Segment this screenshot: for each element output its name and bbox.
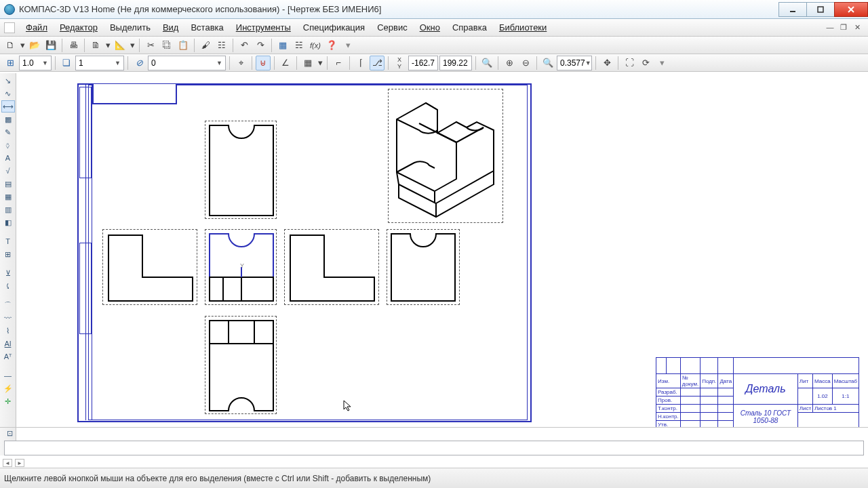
menu-spec[interactable]: Спецификация xyxy=(298,20,370,35)
local-cs-icon[interactable]: ⎇ xyxy=(370,56,384,70)
view-iso[interactable] xyxy=(388,89,503,223)
cut-icon[interactable]: ✂ xyxy=(143,38,158,53)
snap-toggle-icon[interactable]: ⌖ xyxy=(233,56,248,70)
save-icon[interactable]: 💾 xyxy=(43,38,58,53)
menu-tools[interactable]: Инструменты xyxy=(231,20,296,35)
layers-icon[interactable]: ❏ xyxy=(59,56,74,70)
drawing-icon[interactable]: 📐 xyxy=(113,38,127,53)
variables-icon[interactable]: ☵ xyxy=(292,38,307,53)
rough-icon[interactable]: √ xyxy=(1,165,15,177)
dimensions-icon[interactable]: ⟷ xyxy=(1,100,15,113)
text-icon[interactable]: T xyxy=(1,235,15,247)
coord-y-input[interactable]: 199.22 xyxy=(439,56,472,70)
view-2-active[interactable]: Y xyxy=(205,229,277,305)
current-state-icon[interactable]: ⊞ xyxy=(3,56,18,70)
arc-icon[interactable]: ⌒ xyxy=(1,299,15,311)
view-1[interactable] xyxy=(102,229,197,305)
manager-icon[interactable]: ▦ xyxy=(275,38,290,53)
curve-icon[interactable]: ∿ xyxy=(1,87,15,100)
preview-drop[interactable]: ▾ xyxy=(104,38,111,53)
menu-service[interactable]: Сервис xyxy=(372,20,413,35)
hatch-icon[interactable]: ▩ xyxy=(1,113,15,125)
help-context-icon[interactable]: ❓ xyxy=(324,38,339,53)
menu-view[interactable]: Вид xyxy=(157,20,184,35)
base-icon[interactable]: ⊻ xyxy=(1,267,15,279)
tab-right[interactable]: ► xyxy=(15,459,24,467)
view-4[interactable] xyxy=(387,229,460,305)
spec2-icon[interactable]: ▥ xyxy=(1,203,15,216)
new-icon[interactable]: 🗋 xyxy=(3,38,18,53)
view-top[interactable] xyxy=(205,121,277,219)
plus-icon[interactable]: ✛ xyxy=(1,395,15,407)
mdi-close[interactable]: ✕ xyxy=(852,23,863,32)
style-icon[interactable]: ⊘ xyxy=(132,56,146,70)
ortho-icon[interactable]: ⌐ xyxy=(331,56,346,70)
bolt-icon[interactable]: ⚡ xyxy=(1,382,15,394)
lineweight-dropdown[interactable]: 1.0▼ xyxy=(19,56,52,70)
toolbar2-drop[interactable]: ▾ xyxy=(654,56,669,70)
fit-icon[interactable]: ⛶ xyxy=(622,56,637,70)
table-icon[interactable]: ▤ xyxy=(1,178,15,190)
redo-icon[interactable]: ↷ xyxy=(253,38,268,53)
spec-icon[interactable]: ▦ xyxy=(1,190,15,203)
break-icon[interactable]: ⌇ xyxy=(1,325,15,337)
maximize-button[interactable] xyxy=(806,2,835,17)
leader-icon[interactable]: ⤹ xyxy=(1,280,15,292)
grid-drop[interactable]: ▾ xyxy=(317,56,323,70)
angle-icon[interactable]: ∠ xyxy=(278,56,293,70)
brush-icon[interactable]: 🖌 xyxy=(198,38,213,53)
style-dropdown[interactable]: 0▼ xyxy=(148,56,226,70)
zoom-in-icon[interactable]: ⊕ xyxy=(502,56,517,70)
at-icon[interactable]: Aᵀ xyxy=(1,350,15,363)
wave-icon[interactable]: 〰 xyxy=(1,312,15,324)
annot-icon[interactable]: A xyxy=(1,152,15,164)
new-drop-icon[interactable]: ▾ xyxy=(19,38,26,53)
magnet-icon[interactable]: ⊎ xyxy=(256,56,271,70)
preview-icon[interactable]: 🗎 xyxy=(88,38,103,53)
undo-icon[interactable]: ↶ xyxy=(237,38,252,53)
refresh-icon[interactable]: ⟳ xyxy=(638,56,653,70)
menu-editor[interactable]: Редактор xyxy=(54,20,103,35)
menu-window[interactable]: Окно xyxy=(414,20,446,35)
mdi-minimize[interactable]: — xyxy=(825,23,835,32)
layer-dropdown[interactable]: 1▼ xyxy=(75,56,124,70)
open-icon[interactable]: 📂 xyxy=(27,38,42,53)
zoom-dropdown[interactable]: 0.3577▼ xyxy=(557,56,592,70)
table2-icon[interactable]: ⊞ xyxy=(1,248,15,260)
drawing-drop[interactable]: ▾ xyxy=(129,38,136,53)
edit-icon[interactable]: ✎ xyxy=(1,126,15,138)
document-icon[interactable] xyxy=(4,22,15,33)
title-block[interactable]: Изм. № докум. Подп. Дата Деталь Лит Масс… xyxy=(656,357,859,426)
menu-select[interactable]: Выделить xyxy=(104,20,156,35)
print-icon[interactable]: 🖶 xyxy=(66,38,81,53)
paste-icon[interactable]: 📋 xyxy=(176,38,191,53)
view-bottom[interactable] xyxy=(205,316,277,414)
view-3[interactable] xyxy=(284,229,379,305)
grid-icon[interactable]: ▦ xyxy=(300,56,315,70)
menu-file[interactable]: Файл xyxy=(20,20,53,35)
menu-help[interactable]: Справка xyxy=(447,20,492,35)
toolbar-drop[interactable]: ▾ xyxy=(340,38,355,53)
zoom-window-icon[interactable]: 🔍 xyxy=(479,56,494,70)
drawing-canvas[interactable]: Y Изм. № докум. xyxy=(16,73,868,427)
properties-icon[interactable]: ☷ xyxy=(214,38,229,53)
property-input[interactable] xyxy=(4,441,864,455)
geometry-icon[interactable]: ↘ xyxy=(1,75,15,87)
mdi-restore[interactable]: ❐ xyxy=(838,23,849,32)
menu-libs[interactable]: Библиотеки xyxy=(494,20,552,35)
pan-icon[interactable]: ✥ xyxy=(599,56,614,70)
param-icon[interactable]: ⎀ xyxy=(1,139,15,151)
zoom-out-icon[interactable]: ⊖ xyxy=(518,56,533,70)
close-button[interactable] xyxy=(834,2,868,17)
copy-icon[interactable]: ⿻ xyxy=(159,38,174,53)
prop-icon-1[interactable]: ⊡ xyxy=(3,427,16,439)
fx-icon[interactable]: f(x) xyxy=(308,38,323,53)
coord-x-input[interactable]: -162.7 xyxy=(408,56,438,70)
zoom-scale-icon[interactable]: 🔍 xyxy=(540,56,555,70)
al-icon[interactable]: Al xyxy=(1,338,15,350)
report-icon[interactable]: ◧ xyxy=(1,216,15,228)
minus-icon[interactable]: — xyxy=(1,369,15,382)
menu-insert[interactable]: Вставка xyxy=(185,20,229,35)
round-icon[interactable]: ⌈ xyxy=(353,56,368,70)
minimize-button[interactable] xyxy=(778,2,807,17)
